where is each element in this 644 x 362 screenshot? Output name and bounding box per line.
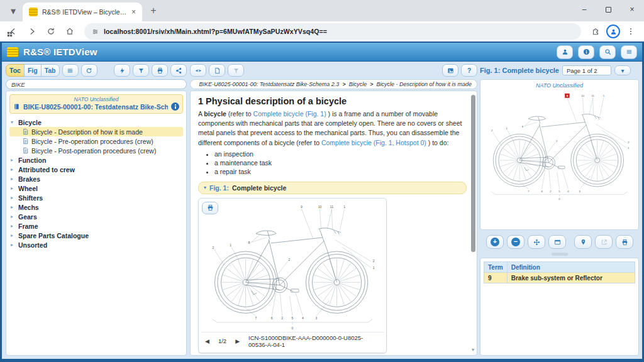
content-area[interactable]: 1 Physical description of a bicycle A bi…: [190, 90, 477, 356]
figure-panel-print-button[interactable]: [616, 235, 633, 249]
tree-node-shifters[interactable]: ▸Shifters: [9, 193, 183, 202]
caret-collapsed-icon[interactable]: ▸: [11, 204, 16, 210]
tree-node-mechs[interactable]: ▸Mechs: [9, 202, 183, 212]
tab-tab[interactable]: Tab: [41, 64, 60, 77]
scroll-down-icon[interactable]: ▾: [472, 347, 474, 353]
figure-page-indicator: 1/2: [218, 337, 226, 344]
browser-tab[interactable]: R&S® IETDView – Bicycle - Des ×: [23, 3, 142, 21]
tree-node-frame[interactable]: ▸Frame: [9, 221, 183, 231]
zoom-out-button[interactable]: −: [507, 235, 525, 249]
browser-menu-icon[interactable]: [623, 23, 639, 40]
breadcrumb-root[interactable]: BIKE-U8025-00001-00: Testdatensatz Bike-…: [199, 81, 340, 87]
figure-next-button[interactable]: ▶: [235, 338, 240, 344]
tree-leaf-postop[interactable]: Bicycle - Post-operation procedures (cre…: [9, 146, 183, 155]
search-input[interactable]: [6, 79, 187, 89]
page-select-arrow[interactable]: ▾: [614, 65, 631, 75]
window-minimize-button[interactable]: –: [572, 0, 596, 19]
ietdview-app: R&S® IETDView Toc Fig Tab: [0, 41, 644, 362]
breadcrumb-home-icon[interactable]: [196, 81, 196, 88]
reload-icon[interactable]: [43, 23, 59, 40]
bicycle-figure-zoomed[interactable]: 9: [482, 91, 637, 202]
tree-node-spare-parts-catalogue[interactable]: ▸Spare Parts Catalogue: [9, 231, 183, 240]
home-icon[interactable]: [62, 23, 78, 40]
toc-refresh-button[interactable]: [81, 64, 97, 77]
pan-button[interactable]: [528, 235, 545, 249]
toc-print-button[interactable]: [152, 64, 168, 77]
figure-print-button[interactable]: [202, 202, 218, 214]
forward-icon[interactable]: [24, 23, 40, 40]
info-button[interactable]: [578, 45, 594, 59]
search-button[interactable]: [599, 45, 616, 59]
tree-node-bicycle[interactable]: ▾ Bicycle: [9, 118, 183, 127]
document-header[interactable]: NATO Unclassified BIKE-U8025-00001-00: T…: [9, 94, 183, 114]
document-info-icon[interactable]: [171, 102, 179, 111]
tree-leaf-label: Bicycle - Post-operation procedures (cre…: [31, 147, 156, 155]
figure-card[interactable]: 9 ◀ 1/2 ▶ ICN-S1000DBIKE-AAA-D000000-0-U…: [198, 198, 387, 353]
tree-leaf-description[interactable]: Bicycle - Description of how it is made: [9, 127, 183, 136]
term-row[interactable]: 9 Brake sub-system or Reflector: [484, 273, 635, 283]
quick-access-button[interactable]: [114, 64, 130, 77]
tree-node-function[interactable]: ▸Function: [9, 155, 183, 165]
tree-node-unsorted[interactable]: ▸Unsorted: [9, 240, 183, 250]
window-maximize-button[interactable]: [596, 0, 620, 19]
tab-fig[interactable]: Fig: [24, 64, 42, 77]
profile-avatar[interactable]: [606, 25, 620, 38]
page-view-button[interactable]: [209, 64, 225, 77]
splitter-grip[interactable]: [552, 253, 568, 256]
link-complete-bicycle-hotspot0[interactable]: Complete bicycle (Fig. 1, Hotspot 0): [321, 139, 426, 146]
tree-node-gears[interactable]: ▸Gears: [9, 212, 183, 221]
app-menu-button[interactable]: [621, 45, 637, 59]
breadcrumb-level1[interactable]: Bicycle: [349, 81, 367, 87]
apps-grid-icon[interactable]: [6, 31, 13, 38]
zoom-in-button[interactable]: +: [486, 235, 504, 249]
tree-leaf-preop[interactable]: Bicycle - Pre-operation procedures (crew…: [9, 136, 183, 146]
user-button[interactable]: [557, 45, 573, 59]
figure-prev-button[interactable]: ◀: [205, 338, 209, 344]
tree-node-attributed-to-crew[interactable]: ▸Attributed to crew: [9, 165, 183, 174]
tab-search-chevron-icon[interactable]: ▾: [5, 3, 21, 19]
site-favicon-icon: [29, 8, 38, 16]
new-tab-button[interactable]: +: [146, 3, 161, 18]
panel-tab-group: Toc Fig Tab: [6, 64, 60, 77]
fit-to-window-button[interactable]: [548, 235, 566, 249]
hotspot-button[interactable]: [574, 235, 592, 249]
link-complete-bicycle-fig1[interactable]: Complete bicycle (Fig. 1): [253, 110, 326, 118]
content-filter-button: [228, 64, 244, 77]
toc-list-button[interactable]: [62, 64, 79, 77]
caret-collapsed-icon[interactable]: ▸: [11, 233, 16, 238]
caret-expanded-icon[interactable]: ▾: [204, 185, 206, 190]
caret-collapsed-icon[interactable]: ▸: [11, 195, 16, 200]
bicycle-figure[interactable]: 9: [201, 201, 384, 332]
view-button[interactable]: [190, 64, 206, 77]
tab-toc[interactable]: Toc: [6, 64, 25, 77]
extensions-icon[interactable]: [587, 23, 604, 40]
content-scrollbar[interactable]: [471, 95, 475, 252]
breadcrumb-level2[interactable]: Bicycle - Description of how it is made: [376, 81, 472, 87]
caret-collapsed-icon[interactable]: ▸: [11, 242, 16, 248]
toc-share-button[interactable]: [170, 64, 187, 77]
tab-close-icon[interactable]: ×: [131, 8, 136, 16]
caret-collapsed-icon[interactable]: ▸: [11, 214, 16, 219]
figure-viewer[interactable]: NATO Unclassified 9: [480, 79, 639, 230]
figure-caption-bar[interactable]: ▾ Fig. 1: Complete bicycle: [198, 182, 467, 194]
toc-filter-button[interactable]: [133, 64, 149, 77]
caret-collapsed-icon[interactable]: ▸: [11, 157, 16, 163]
address-bar[interactable]: localhost:8001/rsiv/xh/Main.xhtml?p=6MUw…: [84, 23, 581, 40]
caret-collapsed-icon[interactable]: ▸: [11, 223, 16, 229]
screen: ▾ R&S® IETDView – Bicycle - Des × + – × …: [0, 0, 644, 362]
page-select[interactable]: Page 1 of 2: [562, 65, 611, 75]
caret-collapsed-icon[interactable]: ▸: [11, 176, 16, 182]
figure-panel-title: Fig. 1: Complete bicycle: [480, 67, 559, 74]
tree-node-wheel[interactable]: ▸Wheel: [9, 184, 183, 193]
window-close-button[interactable]: ×: [620, 0, 644, 19]
caret-expanded-icon[interactable]: ▾: [11, 119, 16, 125]
tree-node-label: Brakes: [18, 175, 40, 183]
caret-collapsed-icon[interactable]: ▸: [11, 167, 16, 172]
breadcrumb-separator: >: [370, 81, 373, 87]
site-settings-icon[interactable]: [92, 28, 99, 35]
caret-collapsed-icon[interactable]: ▸: [11, 185, 16, 191]
toc-tree-card: NATO Unclassified BIKE-U8025-00001-00: T…: [6, 90, 187, 356]
help-button[interactable]: ?: [461, 64, 477, 77]
tree-node-brakes[interactable]: ▸Brakes: [9, 174, 183, 184]
illustrations-button[interactable]: [442, 64, 458, 77]
